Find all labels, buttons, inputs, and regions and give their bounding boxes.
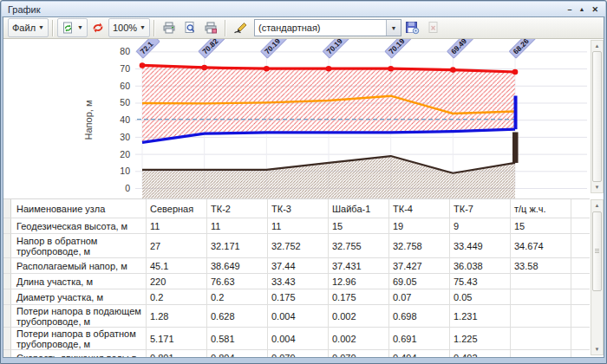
table-cell[interactable]: 0.698 (389, 305, 450, 328)
table-cell[interactable]: 0.801 (147, 350, 207, 357)
table-cell[interactable]: 0.492 (450, 350, 511, 357)
table-scrollbar-thumb[interactable] (592, 211, 602, 291)
table-cell[interactable]: 0.494 (389, 350, 450, 357)
table-cell[interactable]: 0.070 (329, 350, 389, 357)
table-cell[interactable]: 45.1 (147, 258, 207, 274)
table-cell[interactable]: т/ц ж.ч. (511, 199, 571, 218)
row-label: Геодезическая высота, м (11, 218, 147, 234)
table-cell[interactable]: ТК-7 (450, 199, 511, 218)
table-cell[interactable] (511, 274, 571, 289)
table-cell[interactable]: 0.804 (207, 350, 268, 357)
row-indicator (3, 274, 11, 289)
table-cell[interactable]: 0.2 (147, 289, 207, 305)
recalculate-button[interactable] (88, 19, 108, 36)
table-cell[interactable]: 37.431 (329, 258, 389, 274)
table-cell[interactable]: 0.581 (207, 328, 268, 350)
table-row: Напор в обратном трубопроводе, м2732.171… (3, 234, 590, 258)
table-cell[interactable]: 0.2 (207, 289, 268, 305)
table-cell[interactable]: 9 (450, 218, 511, 234)
table-cell[interactable]: 1.28 (147, 305, 207, 328)
table-cell[interactable]: 0.004 (268, 328, 329, 350)
print-button[interactable] (159, 19, 179, 36)
table-cell[interactable]: 32.171 (207, 234, 268, 258)
node-head-label: 70.82 (199, 39, 225, 58)
table-cell[interactable]: 1.225 (450, 328, 511, 350)
zoom-select[interactable]: 100% ▼ (108, 18, 150, 37)
table-cell[interactable]: ТК-2 (207, 199, 268, 218)
table-cell[interactable]: 12.96 (329, 274, 389, 289)
table-cell[interactable]: 33.43 (268, 274, 329, 289)
table-cell[interactable]: 0.004 (268, 305, 329, 328)
chart-vertical-scrollbar[interactable]: ▲ ▼ (591, 40, 604, 193)
table-cell[interactable]: 19 (389, 218, 450, 234)
table-cell[interactable]: 11 (207, 218, 268, 234)
table-cell[interactable]: 0.079 (268, 350, 329, 357)
print-setup-button[interactable] (200, 19, 221, 36)
refresh-document-button[interactable]: ▼ (57, 18, 88, 37)
table-cell[interactable]: 1.231 (450, 305, 511, 328)
table-filler (571, 350, 590, 357)
edit-style-button[interactable] (230, 19, 251, 36)
table-cell[interactable]: 5.171 (147, 328, 207, 350)
maximize-button[interactable]: ▲ (579, 5, 585, 14)
chevron-down-icon[interactable]: ▼ (386, 20, 401, 36)
table-cell[interactable]: 76.63 (207, 274, 268, 289)
table-cell[interactable]: 15 (511, 218, 571, 234)
table-cell[interactable]: 32.752 (268, 234, 329, 258)
pen-icon (233, 21, 248, 35)
print-preview-button[interactable] (179, 19, 200, 36)
table-cell[interactable]: 38.649 (207, 258, 268, 274)
title-bar: График – ▲ ✕ (2, 2, 605, 17)
table-cell[interactable]: 0.05 (450, 289, 511, 305)
minimize-button[interactable]: – (568, 5, 572, 14)
table-cell[interactable]: 0.002 (329, 328, 389, 350)
scroll-down-icon[interactable]: ▼ (591, 182, 603, 192)
table-cell[interactable]: 0.175 (329, 289, 389, 305)
table-cell[interactable] (511, 350, 571, 357)
table-cell[interactable] (511, 289, 571, 305)
table-vertical-scrollbar[interactable]: ▲ ▼ (591, 199, 604, 355)
node-head-label: 69.49 (447, 39, 473, 58)
scheme-combobox[interactable]: (стандартная) ▼ (254, 19, 401, 36)
table-cell[interactable]: 11 (147, 218, 207, 234)
table-row: Скорость движения воды в0.8010.8040.0790… (3, 350, 590, 357)
table-row: Потери напора в обратном трубопроводе, м… (3, 328, 590, 350)
table-cell[interactable] (511, 305, 571, 328)
table-cell[interactable]: 15 (329, 218, 389, 234)
table-cell[interactable]: ТК-3 (268, 199, 329, 218)
chart-scrollbar-thumb[interactable] (592, 51, 602, 182)
close-button[interactable]: ✕ (591, 5, 598, 14)
chevron-down-icon: ▼ (77, 24, 83, 31)
scroll-down-icon[interactable]: ▼ (591, 344, 603, 354)
scroll-up-icon[interactable]: ▲ (591, 200, 603, 211)
table-cell[interactable]: 27 (147, 234, 207, 258)
table-cell[interactable]: 37.427 (389, 258, 450, 274)
table-cell[interactable]: 33.58 (511, 258, 571, 274)
table-cell[interactable]: 0.175 (268, 289, 329, 305)
row-label: Наименование узла (11, 199, 147, 218)
table-cell[interactable]: 34.674 (511, 234, 571, 258)
save-scheme-button[interactable] (401, 19, 423, 36)
table-cell[interactable]: 0.07 (389, 289, 450, 305)
table-cell[interactable]: 33.449 (450, 234, 511, 258)
table-cell[interactable] (511, 328, 571, 350)
file-menu-button[interactable]: Файл ▼ (8, 18, 49, 37)
table-cell[interactable]: ТК-4 (389, 199, 450, 218)
row-indicator (3, 289, 11, 305)
table-cell[interactable]: 32.755 (329, 234, 389, 258)
table-cell[interactable]: Северная (147, 199, 207, 218)
table-cell[interactable]: 11 (268, 218, 329, 234)
table-cell[interactable]: 0.002 (329, 305, 389, 328)
table-cell[interactable]: 75.43 (450, 274, 511, 289)
table-cell[interactable]: 37.44 (268, 258, 329, 274)
row-indicator (3, 258, 11, 274)
table-cell[interactable]: 32.758 (389, 234, 450, 258)
table-cell[interactable]: 36.038 (450, 258, 511, 274)
scroll-up-icon[interactable]: ▲ (591, 41, 603, 51)
table-cell[interactable]: 69.05 (389, 274, 450, 289)
table-cell[interactable]: 0.691 (389, 328, 450, 350)
delete-scheme-button[interactable] (423, 19, 444, 36)
table-cell[interactable]: Шайба-1 (329, 199, 389, 218)
table-cell[interactable]: 220 (147, 274, 207, 289)
table-cell[interactable]: 0.628 (207, 305, 268, 328)
